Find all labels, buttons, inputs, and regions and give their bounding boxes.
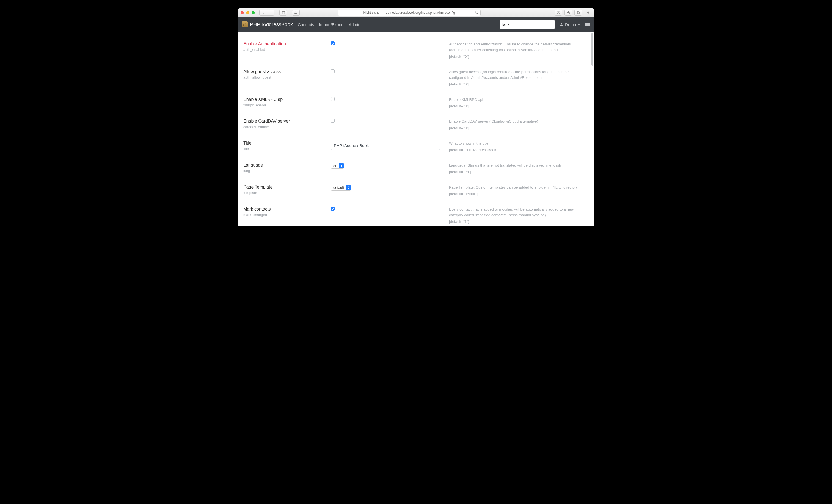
select-arrows-icon	[339, 163, 344, 168]
brand-logo-icon	[242, 21, 248, 27]
nav-link-admin[interactable]: Admin	[349, 22, 361, 27]
config-label: Enable XMLRPC api	[243, 97, 331, 102]
help-line: [default="0"]	[449, 82, 587, 87]
select-value: default	[331, 185, 346, 190]
config-key: auth_enabled	[243, 48, 331, 52]
help-line: Enable CardDAV server (iCloud/ownCloud a…	[449, 119, 587, 125]
window-controls	[240, 11, 255, 14]
address-bar-text: Nicht sicher — demo.iaddressbook.org/ind…	[363, 11, 455, 15]
svg-rect-6	[577, 11, 579, 14]
help-line: Page Template. Custom templates can be a…	[449, 185, 587, 190]
config-label: Enable Authentication	[243, 42, 331, 47]
nav-back-forward	[259, 9, 275, 16]
help-line: [default="default"]	[449, 191, 587, 197]
config-key: mark_changed	[243, 213, 331, 217]
config-row-lang: LanguagelangenLanguage. Strings that are…	[243, 159, 589, 181]
config-label: Language	[243, 163, 331, 168]
help-line: Language. Strings that are not translate…	[449, 163, 587, 168]
user-menu[interactable]: Demo ▼	[560, 22, 580, 27]
scrollbar-thumb[interactable]	[592, 33, 593, 66]
config-key: title	[243, 147, 331, 151]
config-row-template: Page TemplatetemplatedefaultPage Templat…	[243, 181, 589, 203]
help-line: [default="1"]	[449, 219, 587, 225]
help-line: What to show in the title	[449, 141, 587, 147]
config-help: Language. Strings that are not translate…	[449, 163, 589, 176]
config-label: Allow guest access	[243, 69, 331, 74]
config-label: Title	[243, 141, 331, 145]
nav-link-contacts[interactable]: Contacts	[298, 22, 314, 27]
select-value: en	[331, 163, 339, 168]
browser-toolbar: Nicht sicher — demo.iaddressbook.org/ind…	[238, 8, 594, 17]
select-lang[interactable]: en	[331, 163, 344, 169]
config-row-xmlrpc_enable: Enable XMLRPC apixmlrpc_enableEnable XML…	[243, 94, 589, 116]
svg-rect-0	[282, 11, 285, 14]
nav-links: Contacts Import/Export Admin	[298, 22, 361, 27]
text-input-title[interactable]	[331, 141, 440, 150]
config-help: Every contact that is added or modified …	[449, 207, 589, 226]
sidebar-toggle-button[interactable]	[279, 9, 287, 16]
svg-rect-5	[577, 12, 579, 14]
tabs-button[interactable]	[574, 9, 582, 16]
config-help: Enable XMLRPC api[default="0"]	[449, 97, 589, 110]
downloads-button[interactable]	[554, 9, 562, 16]
user-icon	[560, 23, 563, 26]
brand-title: PHP iAddressBook	[250, 22, 293, 27]
config-label: Page Template	[243, 185, 331, 190]
back-button[interactable]	[259, 9, 267, 16]
help-line: [default="0"]	[449, 54, 587, 60]
checkbox-carddav_enable[interactable]	[331, 119, 335, 123]
config-row-carddav_enable: Enable CardDAV servercarddav_enableEnabl…	[243, 115, 589, 137]
user-label: Demo	[565, 22, 576, 27]
config-label: Mark contacts	[243, 207, 331, 212]
config-row-auth_allow_guest: Allow guest accessauth_allow_guestAllow …	[243, 66, 589, 94]
config-row-auth_enabled: Enable Authenticationauth_enabledAuthent…	[243, 38, 589, 66]
help-line: Authentication and Authorization. Ensure…	[449, 42, 587, 53]
reload-icon[interactable]	[475, 10, 479, 15]
config-key: auth_allow_guest	[243, 75, 331, 79]
window-minimize-button[interactable]	[246, 11, 250, 14]
config-label: Enable CardDAV server	[243, 119, 331, 124]
help-line: [default="PHP iAddressBook"]	[449, 147, 587, 153]
help-line: [default="0"]	[449, 125, 587, 131]
config-help: Page Template. Custom templates can be a…	[449, 185, 589, 198]
config-row-mark_changed: Mark contactsmark_changedEvery contact t…	[243, 203, 589, 227]
help-line: Every contact that is added or modified …	[449, 207, 587, 218]
config-key: template	[243, 191, 331, 195]
checkbox-auth_allow_guest[interactable]	[331, 69, 335, 73]
config-content: Enable Authenticationauth_enabledAuthent…	[238, 32, 594, 227]
select-template[interactable]: default	[331, 185, 351, 191]
config-help: Enable CardDAV server (iCloud/ownCloud a…	[449, 119, 589, 132]
config-help: What to show in the title[default="PHP i…	[449, 141, 589, 154]
search-input[interactable]	[500, 20, 554, 29]
config-key: xmlrpc_enable	[243, 103, 331, 107]
share-button[interactable]	[565, 9, 572, 16]
checkbox-mark_changed[interactable]	[331, 207, 335, 211]
help-line: Enable XMLRPC api	[449, 97, 587, 103]
window-close-button[interactable]	[240, 11, 244, 14]
help-line: [default="0"]	[449, 103, 587, 109]
checkbox-xmlrpc_enable[interactable]	[331, 97, 335, 101]
cloud-button[interactable]	[292, 9, 300, 16]
help-line: [default="en"]	[449, 169, 587, 175]
scrollbar[interactable]	[590, 32, 594, 227]
checkbox-auth_enabled[interactable]	[331, 42, 335, 45]
browser-window: Nicht sicher — demo.iaddressbook.org/ind…	[238, 8, 594, 227]
config-row-title: TitletitleWhat to show in the title[defa…	[243, 137, 589, 159]
list-icon[interactable]	[586, 23, 590, 26]
config-help: Allow guest access (no login required) -…	[449, 69, 589, 88]
forward-button[interactable]	[267, 9, 275, 16]
app-navbar: PHP iAddressBook Contacts Import/Export …	[238, 17, 594, 32]
select-arrows-icon	[346, 185, 350, 190]
svg-point-7	[561, 23, 562, 24]
nav-link-import-export[interactable]: Import/Export	[319, 22, 344, 27]
brand[interactable]: PHP iAddressBook	[242, 21, 293, 27]
chevron-down-icon: ▼	[578, 23, 580, 26]
help-line: Allow guest access (no login required) -…	[449, 69, 587, 81]
config-key: carddav_enable	[243, 125, 331, 129]
new-tab-button[interactable]: +	[586, 10, 592, 15]
address-bar[interactable]: Nicht sicher — demo.iaddressbook.org/ind…	[338, 9, 480, 16]
config-help: Authentication and Authorization. Ensure…	[449, 42, 589, 60]
window-maximize-button[interactable]	[252, 11, 255, 14]
config-key: lang	[243, 169, 331, 173]
